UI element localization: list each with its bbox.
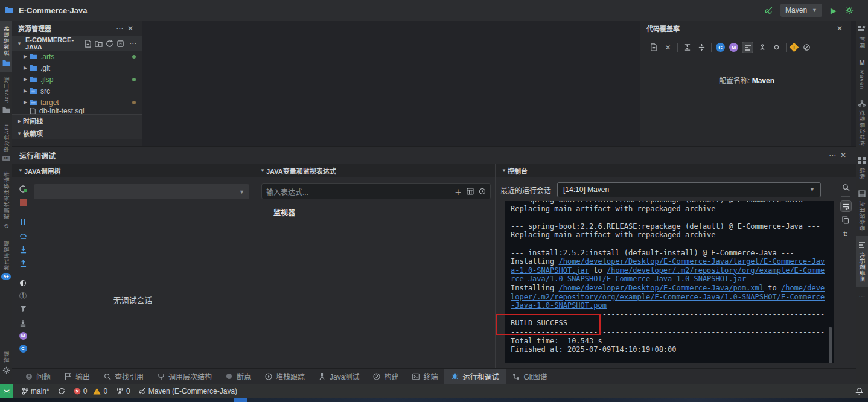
test-marker-icon[interactable]: T — [790, 43, 799, 53]
console-title: 控制台 — [508, 166, 528, 176]
console-link[interactable]: /home/developer/Desktop/E-Commerce-Java/… — [558, 284, 764, 292]
console-output[interactable]: --- spring-boot:2.2.6.RELEASE:repackage … — [505, 201, 834, 363]
collapse-all-icon[interactable] — [697, 42, 707, 53]
view-lines-icon[interactable] — [742, 42, 753, 53]
step-into-icon[interactable] — [19, 245, 28, 254]
exclude-icon[interactable] — [802, 42, 812, 53]
filter-method-icon[interactable]: M — [729, 43, 738, 52]
activity-huawei-cloud-api[interactable]: 华为云API API — [0, 119, 12, 166]
console-scrollbar[interactable] — [829, 327, 832, 363]
evaluate-icon[interactable] — [467, 188, 474, 195]
folder-icon — [2, 59, 10, 67]
timeline-section[interactable]: ▶ 时间线 — [12, 114, 142, 127]
console-search-icon[interactable] — [841, 183, 850, 192]
add-expression-icon[interactable]: ＋ — [455, 187, 462, 197]
collapse-all-icon[interactable] — [116, 40, 127, 48]
activity-structure[interactable]: 结构 — [856, 152, 868, 185]
build-wrench-icon[interactable] — [765, 6, 773, 14]
condition-icon[interactable] — [771, 42, 782, 53]
activity-java-project[interactable]: Java工程 — [0, 72, 12, 119]
tab-stack-trace[interactable]: 堆栈跟踪 — [258, 369, 311, 384]
panel-close-icon[interactable]: ✕ — [838, 151, 849, 159]
remote-indicator[interactable]: >< — [0, 384, 13, 398]
ports-item[interactable]: 0 — [112, 384, 135, 398]
activity-type-hierarchy[interactable]: 类型层次结构 — [856, 94, 868, 152]
coverage-report-icon[interactable] — [648, 42, 659, 53]
expand-all-icon[interactable] — [682, 42, 692, 53]
method-filter-icon[interactable]: M — [19, 332, 27, 340]
notifications-bell[interactable] — [851, 384, 868, 398]
console-line: Installing /home/developer/Desktop/E-Com… — [511, 284, 828, 310]
restart-icon[interactable] — [19, 184, 28, 193]
text-filter-icon[interactable]: t: — [841, 229, 850, 238]
tree-item-src[interactable]: ▶ src — [12, 85, 142, 97]
maven-status-item[interactable]: Maven (E-Commerce-Java) — [135, 384, 241, 398]
activity-code-coverage[interactable]: 代码覆盖率 — [856, 236, 868, 287]
toggle-breakpoint-icon[interactable] — [19, 278, 28, 287]
branch-coverage-icon[interactable] — [757, 42, 767, 53]
new-file-icon[interactable] — [84, 40, 95, 48]
problems-summary[interactable]: 0 0 — [69, 384, 112, 398]
activity-manage[interactable]: 管理 — [0, 346, 12, 379]
panel-more-actions-icon[interactable]: ⋯ — [827, 151, 838, 159]
error-count: 0 — [83, 387, 88, 395]
tab-run-debug[interactable]: 运行和调试 — [444, 369, 505, 384]
tree-item-git[interactable]: ▶ .git — [12, 62, 142, 74]
activity-explorer[interactable]: 资源管理器 — [0, 21, 12, 72]
step-over-icon[interactable] — [19, 231, 28, 240]
activity-extensions[interactable]: 扩展 — [856, 21, 868, 54]
refresh-icon[interactable] — [106, 40, 116, 48]
tab-build[interactable]: 构建 — [366, 369, 405, 384]
project-root-row[interactable]: ▼ E-COMMERCE-JAVA ⋯ — [12, 36, 142, 51]
coverage-clear-icon[interactable]: ✕ — [663, 42, 673, 53]
console-section: ▼ 控制台 最近的运行会话 [14:10] Maven ▼ t: --- spr… — [495, 164, 856, 369]
tab-java-test[interactable]: Java测试 — [311, 369, 366, 384]
step-out-icon[interactable] — [19, 259, 28, 268]
sync-button[interactable] — [54, 384, 69, 398]
activity-kunpeng-migration[interactable]: 鲲鹏代码迁移插件 ⟲ — [0, 166, 12, 235]
skip-icon[interactable] — [19, 318, 28, 327]
stop-icon[interactable] — [19, 198, 28, 207]
call-hierarchy-icon — [157, 372, 165, 380]
class-filter-icon[interactable]: C — [19, 345, 27, 353]
tree-item-target[interactable]: ▶ target — [12, 97, 142, 108]
tab-label: 断点 — [237, 371, 251, 381]
tab-output[interactable]: 输出 — [57, 369, 97, 384]
activity-app-server[interactable]: 应用服务器 — [856, 185, 868, 236]
tab-git-graph[interactable]: Git图谱 — [506, 369, 554, 384]
tab-terminal[interactable]: 终端 — [405, 369, 444, 384]
watch-expression-input[interactable]: 输入表达式... ＋ — [261, 183, 491, 199]
dependencies-section[interactable]: ▼ 依赖项 — [12, 127, 142, 139]
activity-maven[interactable]: M Maven — [856, 54, 868, 94]
activity-code-coverage-label: 代码覆盖率 — [858, 252, 866, 282]
debug-settings-gear-icon[interactable] — [845, 6, 854, 14]
history-icon[interactable] — [479, 188, 486, 195]
tree-item-label: target — [40, 98, 132, 107]
tab-problems[interactable]: 问题 — [18, 369, 57, 384]
maven-run-config-dropdown[interactable]: Maven ▼ — [780, 4, 822, 17]
session-dropdown[interactable]: [14:10] Maven ▼ — [557, 182, 821, 197]
activity-source-control[interactable]: 源代码管理 9+ — [0, 235, 12, 285]
filter-class-icon[interactable]: C — [716, 43, 725, 52]
tree-item-arts[interactable]: ▶ .arts — [12, 51, 142, 62]
activity-more[interactable]: ⋯ — [856, 287, 868, 305]
coverage-close-icon[interactable]: ✕ — [834, 24, 845, 33]
explorer-close-icon[interactable]: ✕ — [125, 24, 136, 33]
new-folder-icon[interactable] — [95, 40, 106, 48]
filter-icon[interactable] — [19, 304, 28, 313]
run-button[interactable]: ▶ — [829, 6, 838, 14]
tab-find-references[interactable]: 查找引用 — [97, 369, 150, 384]
word-wrap-icon[interactable] — [841, 201, 851, 211]
tab-call-hierarchy[interactable]: 调用层次结构 — [150, 369, 219, 384]
call-tree-dropdown[interactable]: ▼ — [34, 184, 249, 199]
watch-placeholder: 输入表达式... — [266, 187, 450, 197]
tree-item-jlsp[interactable]: ▶ .jlsp — [12, 74, 142, 85]
git-branch-item[interactable]: main* — [18, 384, 54, 398]
tree-more-actions-icon[interactable]: ⋯ — [127, 39, 138, 48]
pause-icon[interactable] — [19, 217, 28, 226]
tab-breakpoints[interactable]: 断点 — [219, 369, 258, 384]
copy-icon[interactable] — [841, 215, 850, 225]
file-icon — [29, 108, 36, 114]
explorer-more-actions-icon[interactable]: ⋯ — [114, 24, 125, 33]
tree-item-db-init-test-sql[interactable]: db-init-test.sql — [12, 108, 142, 114]
